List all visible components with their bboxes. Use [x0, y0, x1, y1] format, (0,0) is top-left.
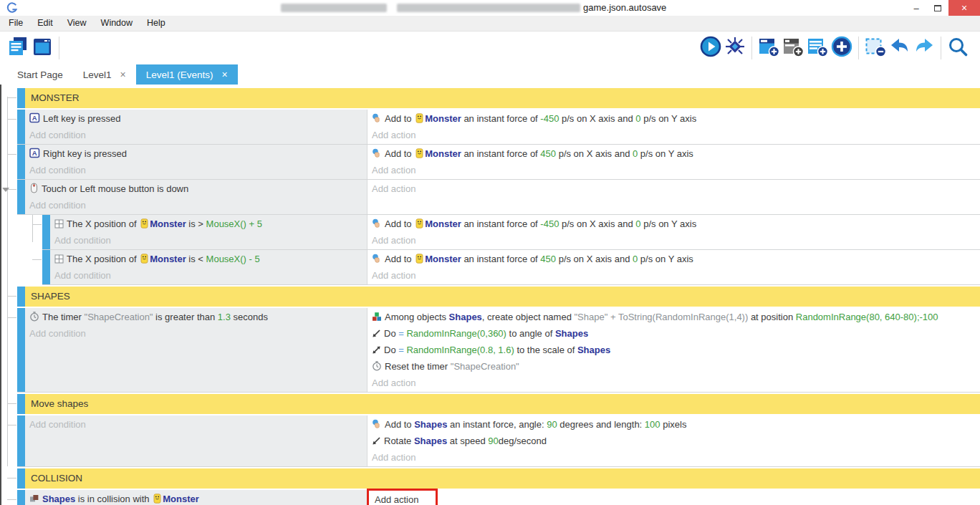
condition[interactable]: The timer "ShapeCreation" is greater tha…: [29, 309, 367, 326]
add-action-link[interactable]: Add action: [372, 163, 980, 178]
debug-button[interactable]: [723, 36, 747, 60]
event-handle[interactable]: [17, 88, 25, 108]
event-row[interactable]: The X position of Monster is < MouseX() …: [42, 250, 980, 285]
event-handle[interactable]: [17, 180, 25, 214]
event-handle[interactable]: [17, 415, 25, 466]
event-handle[interactable]: [42, 215, 50, 249]
object-reference[interactable]: Shapes: [414, 436, 447, 446]
tab-close-icon[interactable]: ×: [222, 69, 228, 80]
event-row[interactable]: Shapes is in collision with MonsterAdd c…: [17, 490, 980, 505]
add-action-link[interactable]: Add action: [372, 450, 980, 465]
event-row[interactable]: ARight key is pressedAdd conditionAdd to…: [17, 145, 980, 180]
add-circle-button[interactable]: [830, 36, 854, 60]
add-condition-link[interactable]: Add condition: [29, 417, 367, 432]
tab-start-page[interactable]: Start Page: [7, 64, 73, 85]
menu-item-file[interactable]: File: [1, 16, 30, 31]
object-reference[interactable]: Monster: [414, 148, 461, 159]
add-action-link[interactable]: Add action: [372, 268, 980, 283]
add-action-link[interactable]: Add action: [372, 491, 980, 505]
add-condition-link[interactable]: Add condition: [29, 198, 367, 213]
action[interactable]: Reset the timer "ShapeCreation": [372, 359, 980, 375]
object-reference[interactable]: Shapes: [449, 312, 482, 322]
comment-event[interactable]: Move shapes: [17, 394, 980, 414]
add-condition-link[interactable]: Add condition: [29, 128, 367, 143]
condition[interactable]: ARight key is pressed: [29, 146, 367, 163]
search-button[interactable]: [946, 36, 970, 60]
event-handle[interactable]: [17, 287, 25, 307]
force-icon: [372, 148, 382, 163]
menu-item-view[interactable]: View: [60, 16, 94, 31]
comment-event[interactable]: MONSTER: [17, 88, 980, 108]
minimize-button[interactable]: –: [905, 0, 927, 16]
event-handle[interactable]: [17, 490, 25, 505]
event-row[interactable]: ALeft key is pressedAdd conditionAdd to …: [17, 110, 980, 145]
add-action-link[interactable]: Add action: [372, 233, 980, 248]
highlighted-add-action[interactable]: Add action: [367, 489, 438, 505]
event-row[interactable]: Touch or Left mouse button is downAdd co…: [17, 180, 980, 215]
redo-button[interactable]: [912, 36, 936, 60]
object-reference[interactable]: Monster: [414, 254, 461, 264]
menu-item-window[interactable]: Window: [94, 16, 140, 31]
action[interactable]: Add to Monster an instant force of 450 p…: [372, 146, 980, 163]
object-reference[interactable]: Shapes: [555, 328, 588, 339]
object-reference[interactable]: Monster: [139, 254, 186, 264]
add-action-link[interactable]: Add action: [372, 128, 980, 143]
action[interactable]: Do = RandomInRange(0.8, 1.6) to the scal…: [372, 342, 980, 359]
comment-event[interactable]: COLLISION: [17, 468, 980, 489]
tab-level1-events-[interactable]: Level1 (Events)×: [136, 64, 238, 85]
condition[interactable]: The X position of Monster is < MouseX() …: [54, 251, 367, 268]
action[interactable]: Do = RandomInRange(0,360) to angle of Sh…: [372, 326, 980, 342]
add-condition-link[interactable]: Add condition: [54, 233, 367, 248]
undo-button[interactable]: [888, 36, 912, 60]
action[interactable]: Add to Monster an instant force of -450 …: [372, 111, 980, 128]
condition[interactable]: The X position of Monster is > MouseX() …: [54, 216, 367, 233]
object-reference[interactable]: Monster: [139, 218, 186, 229]
maximize-button[interactable]: [927, 0, 948, 16]
delete-event-button[interactable]: [863, 36, 888, 60]
event-handle[interactable]: [17, 394, 25, 414]
action[interactable]: Add to Monster an instant force of -450 …: [372, 216, 980, 233]
condition[interactable]: ALeft key is pressed: [29, 111, 367, 128]
condition[interactable]: Touch or Left mouse button is down: [29, 181, 367, 198]
add-event-button[interactable]: [756, 36, 781, 60]
event-handle[interactable]: [17, 308, 25, 392]
close-button[interactable]: ×: [948, 0, 980, 16]
menu-item-help[interactable]: Help: [140, 16, 173, 31]
action[interactable]: Among objects Shapes, create object name…: [372, 309, 980, 326]
event-row[interactable]: The timer "ShapeCreation" is greater tha…: [17, 308, 980, 393]
add-condition-link[interactable]: Add condition: [29, 326, 367, 341]
event-row[interactable]: Add conditionAdd to Shapes an instant fo…: [17, 415, 980, 467]
project-manager-button[interactable]: [6, 36, 30, 60]
action[interactable]: Add to Shapes an instant force, angle: 9…: [372, 417, 980, 433]
play-button[interactable]: [698, 36, 723, 60]
comment-event[interactable]: SHAPES: [17, 287, 980, 307]
menu-item-edit[interactable]: Edit: [30, 16, 60, 31]
event-row[interactable]: The X position of Monster is > MouseX() …: [42, 215, 980, 250]
event-handle[interactable]: [17, 468, 25, 489]
object-reference[interactable]: Monster: [414, 218, 461, 229]
event-handle[interactable]: [42, 250, 50, 284]
event-handle[interactable]: [17, 145, 25, 179]
object-reference[interactable]: Shapes: [414, 419, 447, 430]
object-reference[interactable]: Monster: [152, 494, 199, 504]
tab-close-icon[interactable]: ×: [120, 69, 126, 80]
add-comment-button[interactable]: [805, 36, 830, 60]
add-subevent-button[interactable]: [781, 36, 805, 60]
scene-editor-button[interactable]: [30, 36, 54, 60]
add-action-link[interactable]: Add action: [372, 375, 980, 390]
object-reference[interactable]: Shapes: [42, 494, 75, 504]
tab-level1[interactable]: Level1×: [73, 64, 136, 85]
text-segment: is: [186, 254, 198, 264]
title-bar[interactable]: game.json.autosave –×: [0, 0, 980, 16]
action[interactable]: Add to Monster an instant force of 450 p…: [372, 251, 980, 268]
object-reference[interactable]: Shapes: [577, 345, 610, 355]
add-condition-link[interactable]: Add condition: [54, 268, 367, 283]
event-handle[interactable]: [17, 110, 25, 144]
collapse-arrow-icon[interactable]: [2, 188, 9, 192]
condition[interactable]: Shapes is in collision with Monster: [29, 491, 367, 505]
action[interactable]: Rotate Shapes at speed 90deg/second: [372, 433, 980, 450]
object-reference[interactable]: Monster: [414, 113, 461, 124]
keyboard-icon: A: [29, 112, 40, 128]
add-action-link[interactable]: Add action: [372, 181, 980, 196]
add-condition-link[interactable]: Add condition: [29, 163, 367, 178]
